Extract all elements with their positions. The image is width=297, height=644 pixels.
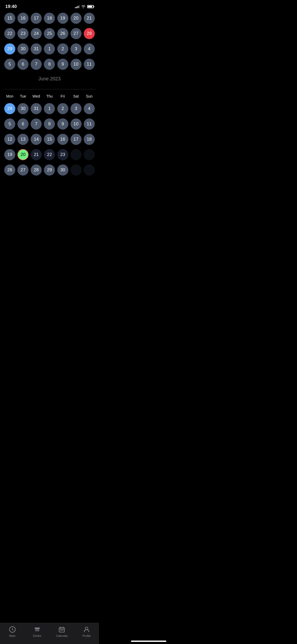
day-cell[interactable]: 10 [69,117,83,131]
day-11a[interactable]: 11 [84,59,95,70]
day-cell[interactable]: 29 [43,163,56,177]
day-cell[interactable]: 30 [56,163,69,177]
calendar-scroll[interactable]: 15 16 17 18 19 20 21 22 23 24 25 26 27 2… [0,12,99,198]
june-day-13[interactable]: 13 [17,134,29,145]
day-cell[interactable]: 22 [43,148,56,161]
day-cell[interactable]: 5 [3,58,16,71]
day-cell[interactable]: 3 [69,42,83,56]
june-day-27[interactable]: 27 [17,164,29,176]
day-cell[interactable]: 19 [3,148,16,161]
day-cell[interactable]: 28 [83,27,96,40]
june-day-29[interactable]: 29 [4,103,15,114]
day-8a[interactable]: 8 [44,59,55,70]
june-day-28[interactable]: 28 [31,164,42,176]
june-day-29b[interactable]: 29 [44,164,55,176]
day-3a[interactable]: 3 [70,43,82,54]
day-9a[interactable]: 9 [57,59,68,70]
day-cell[interactable]: 16 [56,133,69,146]
june-day-12[interactable]: 12 [4,134,15,145]
day-cell[interactable]: 29 [3,42,16,56]
day-cell[interactable]: 3 [69,102,83,115]
june-day-18[interactable]: 18 [84,134,95,145]
june-day-14[interactable]: 14 [31,134,42,145]
day-cell[interactable]: 9 [56,58,69,71]
june-day-30b[interactable]: 30 [57,164,68,176]
day-cell[interactable]: 21 [83,12,96,25]
day-cell[interactable]: 2 [56,42,69,56]
day-cell[interactable]: 19 [56,12,69,25]
day-cell[interactable]: 20 [16,148,30,161]
june-day-11[interactable]: 11 [84,118,95,130]
day-cell[interactable]: 30 [16,42,30,56]
june-day-5[interactable]: 5 [4,118,15,130]
day-26[interactable]: 26 [57,28,68,39]
day-18[interactable]: 18 [44,13,55,24]
day-cell[interactable]: 5 [3,117,16,131]
day-cell[interactable]: 18 [43,12,56,25]
day-cell[interactable]: 12 [3,133,16,146]
day-cell[interactable]: 20 [69,12,83,25]
day-30[interactable]: 30 [17,43,29,54]
day-cell[interactable]: 17 [69,133,83,146]
june-day-6[interactable]: 6 [17,118,29,130]
day-cell[interactable]: 8 [43,117,56,131]
day-cell[interactable]: 17 [30,12,43,25]
day-31[interactable]: 31 [31,43,42,54]
day-cell[interactable]: 31 [30,42,43,56]
day-cell[interactable] [83,148,96,161]
day-cell[interactable]: 9 [56,117,69,131]
day-19[interactable]: 19 [57,13,68,24]
day-cell[interactable]: 2 [56,102,69,115]
day-cell[interactable]: 15 [43,133,56,146]
june-day-30[interactable]: 30 [17,103,29,114]
day-29-blue[interactable]: 29 [4,43,15,54]
day-17[interactable]: 17 [31,13,42,24]
day-cell[interactable]: 4 [83,42,96,56]
day-cell[interactable]: 11 [83,58,96,71]
day-cell[interactable]: 8 [43,58,56,71]
june-day-9[interactable]: 9 [57,118,68,130]
june-day-23[interactable]: 23 [57,149,68,160]
day-cell[interactable]: 6 [16,117,30,131]
day-cell[interactable] [69,163,83,177]
day-21[interactable]: 21 [84,13,95,24]
day-cell[interactable]: 10 [69,58,83,71]
day-cell[interactable]: 15 [3,12,16,25]
day-cell[interactable]: 31 [30,102,43,115]
june-day-26[interactable]: 26 [4,164,15,176]
day-cell[interactable] [83,163,96,177]
june-day-3[interactable]: 3 [70,103,82,114]
day-cell[interactable]: 18 [83,133,96,146]
day-27[interactable]: 27 [70,28,82,39]
day-cell[interactable]: 27 [69,27,83,40]
june-day-4[interactable]: 4 [84,103,95,114]
day-cell[interactable]: 30 [16,102,30,115]
day-23[interactable]: 23 [17,28,29,39]
day-15[interactable]: 15 [4,13,15,24]
day-7a[interactable]: 7 [31,59,42,70]
day-1a[interactable]: 1 [44,43,55,54]
day-cell[interactable]: 26 [56,27,69,40]
day-cell[interactable]: 11 [83,117,96,131]
day-6a[interactable]: 6 [17,59,29,70]
day-cell[interactable]: 27 [16,163,30,177]
day-cell[interactable]: 1 [43,42,56,56]
day-cell[interactable]: 23 [16,27,30,40]
day-28-red[interactable]: 28 [84,28,95,39]
day-cell[interactable]: 28 [30,163,43,177]
day-cell[interactable]: 22 [3,27,16,40]
june-day-19[interactable]: 19 [4,149,15,160]
june-day-16[interactable]: 16 [57,134,68,145]
june-day-21[interactable]: 21 [31,149,42,160]
day-22[interactable]: 22 [4,28,15,39]
day-cell[interactable]: 25 [43,27,56,40]
day-2a[interactable]: 2 [57,43,68,54]
june-day-10[interactable]: 10 [70,118,82,130]
day-5a[interactable]: 5 [4,59,15,70]
june-day-7[interactable]: 7 [31,118,42,130]
day-cell[interactable]: 6 [16,58,30,71]
june-day-15[interactable]: 15 [44,134,55,145]
day-cell[interactable]: 14 [30,133,43,146]
day-25[interactable]: 25 [44,28,55,39]
june-day-17[interactable]: 17 [70,134,82,145]
